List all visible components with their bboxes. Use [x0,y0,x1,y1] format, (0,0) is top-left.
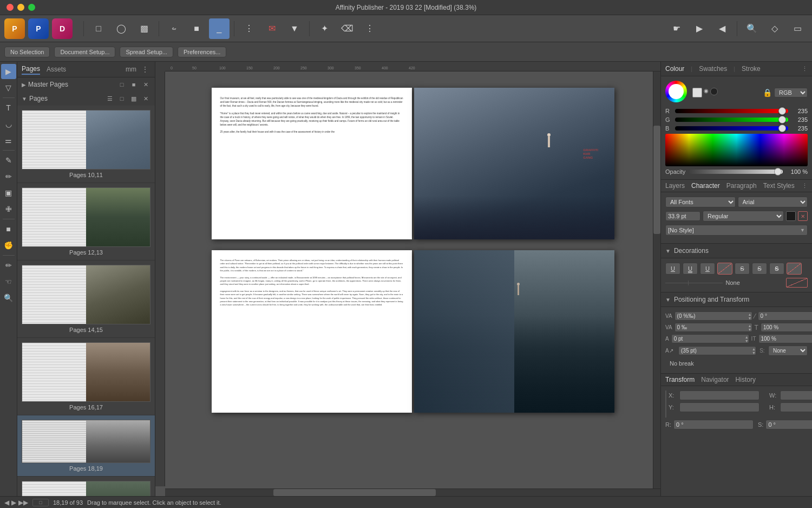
pages-list-btn[interactable]: ☰ [105,94,115,103]
master-pages-delete[interactable]: ✕ [141,80,150,89]
primary-colour-swatch[interactable] [692,88,702,97]
r-slider-thumb[interactable] [778,107,786,115]
t-w-input[interactable] [780,390,812,400]
pos-t-field[interactable] [761,323,812,331]
v-scroll-thumb[interactable] [653,126,660,234]
zoom-tool[interactable]: 🔍 [1,290,16,305]
dec-colour-box[interactable] [786,278,808,288]
settings-btn[interactable]: ▶ [689,18,710,39]
spread-14-15[interactable]: Pages 14,15 [17,260,155,338]
pos-angle-input[interactable]: ▲ ▼ [758,311,812,321]
canvas-viewport[interactable]: Our final museum, at we all feel, really… [165,71,660,486]
select-tool[interactable]: ▶ [1,64,16,79]
panel-menu-btn[interactable]: ⋮ [140,64,150,75]
color-picker-tool[interactable]: ✏ [1,258,16,273]
pos-va-input-1[interactable]: ▲ ▼ [675,311,752,321]
rect-btn[interactable]: ▩ [134,18,154,39]
node-btn[interactable]: ■ [186,18,207,39]
secondary-colour-swatch[interactable] [710,88,718,95]
colour-spectrum[interactable] [665,134,808,166]
font-style-select[interactable]: Regular Bold Italic [703,211,784,222]
new-doc-btn[interactable]: □ [88,18,109,39]
minimize-button[interactable] [17,4,24,11]
spread-10-11[interactable]: Pages 10,11 [17,106,155,183]
navigator-tab[interactable]: Navigator [701,376,729,383]
text-styles-tab[interactable]: Text Styles [763,182,795,190]
t-h-input[interactable] [780,402,812,412]
spread-20-21[interactable]: Pages 20,21 [17,477,155,496]
pos-s-input[interactable]: None [768,346,808,356]
page-left-lower[interactable]: The citizens of Pizen are artisans, of B… [212,250,412,413]
pos-it-input[interactable]: ▲ ▼ [758,334,813,343]
vertical-scrollbar[interactable] [653,71,660,489]
b-slider[interactable] [675,126,788,131]
underline-word-btn[interactable]: U [700,263,715,275]
pos-t-input[interactable]: ▲ ▼ [761,323,812,332]
pos-va-up-1[interactable]: ▲ [748,312,752,316]
align-btn[interactable]: ⋮ [239,18,259,39]
colour-eyedropper-btn[interactable]: ◉ [704,88,709,94]
swatches-tab[interactable]: Swatches [699,64,727,74]
snap-btn[interactable]: ⌫ [337,18,357,39]
font-name-select[interactable]: Arial [738,197,808,207]
opacity-slider[interactable] [689,170,783,174]
preferences-btn[interactable]: Preferences... [178,47,226,57]
paint-tool[interactable]: ✊ [1,238,16,253]
design-icon[interactable]: D [52,18,73,39]
document-setup-btn[interactable]: Document Setup... [54,47,115,57]
no-style-dropdown[interactable]: [No Style] ▼ [665,225,808,236]
pos-a-input[interactable]: ▲ ▼ [671,334,749,343]
history-tab[interactable]: History [736,376,756,383]
frame-tool[interactable]: ◡ [1,116,16,132]
t-s-input[interactable] [765,420,812,429]
strikethrough-diagonal-btn[interactable] [787,263,802,275]
t-x-input[interactable] [679,390,759,400]
master-pages-icon2[interactable]: ■ [129,80,139,89]
pencil-tool[interactable]: ✏ [1,169,16,184]
pos-baseline-up[interactable]: ▲ [752,347,756,351]
pos-a-field[interactable] [672,335,745,343]
colour-panel-menu[interactable]: ⋮ [802,66,808,73]
strikethrough-single-btn[interactable]: S [735,263,750,275]
no-selection-btn[interactable]: No Selection [4,47,50,57]
publisher-icon[interactable]: P [4,18,25,39]
font-colour-box[interactable] [786,211,796,221]
t-r-input[interactable] [673,420,754,429]
strikethrough-double-btn[interactable]: S [752,263,767,275]
underline-single-btn[interactable]: U [665,263,680,275]
underline-double-btn[interactable]: U [683,263,698,275]
page-right-upper[interactable]: GRAFFITIKHRGANG [414,88,614,239]
pos-va-input-2[interactable]: ▲ ▼ [675,323,752,332]
pages-delete-btn[interactable]: ✕ [141,94,150,103]
pos-va-down-1[interactable]: ▼ [748,316,752,320]
strikethrough-bold-btn[interactable]: S [769,263,784,275]
table-tool[interactable]: ⚌ [1,133,16,148]
spread-setup-btn[interactable]: Spread Setup... [120,47,173,57]
fill-tool[interactable]: ■ [1,222,16,237]
horizontal-scrollbar[interactable] [165,489,660,496]
page-left-upper[interactable]: Our final museum, at we all feel, really… [212,88,412,239]
crop-btn[interactable]: ⋮ [359,18,380,39]
more-btn[interactable]: ▼ [284,18,305,39]
t-y-input[interactable] [679,402,759,412]
blend-btn[interactable]: ✦ [314,18,335,39]
decorations-header[interactable]: ▼ Decorations [661,244,812,258]
font-size-input[interactable] [665,211,700,221]
pos-baseline-input[interactable]: ▲ ▼ [678,346,756,355]
positioning-header[interactable]: ▼ Positioning and Transform [661,292,812,307]
pos-va-field-1[interactable] [675,312,748,320]
g-slider[interactable] [675,118,788,122]
view-btn[interactable]: ◇ [764,18,785,39]
undo-more-btn[interactable]: ◀ [712,18,732,39]
zoom-btn[interactable]: 🔍 [742,18,762,39]
curve-btn[interactable]: ⧜ [163,18,184,39]
spread-18-19[interactable]: Pages 18,19 [17,415,155,477]
prev-spread-btn[interactable]: ◀ [4,499,9,506]
opacity-slider-thumb[interactable] [774,168,782,175]
photo-icon[interactable]: P [28,18,49,39]
char-panel-menu[interactable]: ⋮ [802,183,808,190]
all-fonts-select[interactable]: All Fonts [665,197,736,207]
spread-12-13[interactable]: Pages 12,13 [17,183,155,260]
shape-tool[interactable]: ▣ [1,185,16,200]
pos-baseline-down[interactable]: ▼ [752,351,756,355]
